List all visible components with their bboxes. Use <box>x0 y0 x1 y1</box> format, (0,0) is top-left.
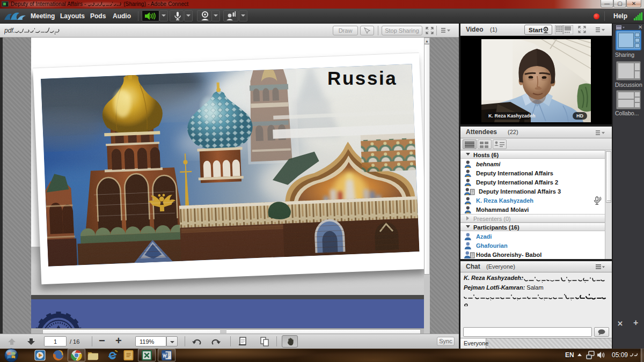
svg-text:K. Reza Kashyzadeh: K. Reza Kashyzadeh <box>488 113 536 119</box>
svg-text:pdf.: pdf. <box>4 27 15 34</box>
svg-text:HD: HD <box>576 113 583 119</box>
